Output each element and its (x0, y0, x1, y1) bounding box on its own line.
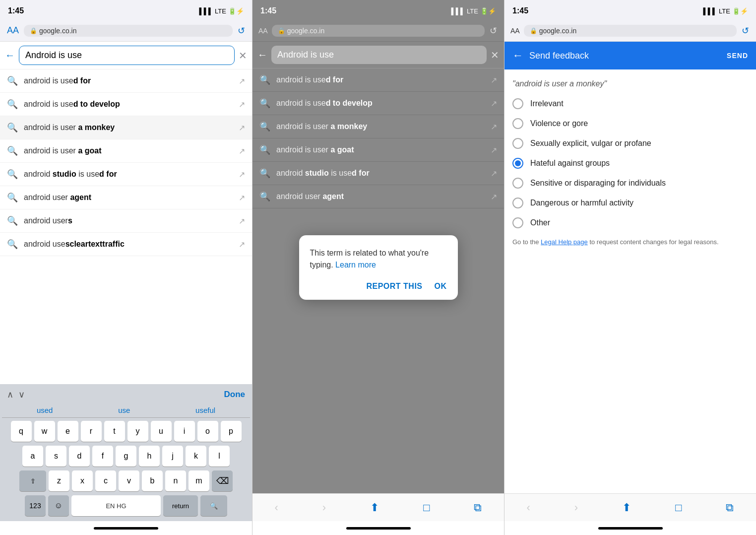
key-x[interactable]: x (72, 470, 93, 491)
arrow-icon-1b: ↗ (239, 100, 245, 109)
bottom-nav-3: ‹ › ⬆ □ ⧉ (504, 493, 756, 521)
key-d[interactable]: d (69, 446, 90, 467)
key-g[interactable]: g (116, 446, 136, 467)
arrow-icon-1a: ↗ (239, 76, 245, 86)
radio-explicit[interactable] (512, 138, 523, 149)
radio-irrelevant[interactable] (512, 98, 523, 109)
key-y[interactable]: y (127, 421, 148, 442)
suggestion-text-1g: android users (24, 216, 233, 225)
forward-btn-3[interactable]: › (574, 501, 578, 514)
search-back-btn-1[interactable]: ← (5, 50, 15, 61)
key-p[interactable]: p (221, 421, 242, 442)
keyboard-done-btn[interactable]: Done (224, 390, 246, 400)
key-i[interactable]: i (174, 421, 195, 442)
radio-other[interactable] (512, 217, 523, 228)
feedback-option-other[interactable]: Other (512, 217, 748, 228)
key-c[interactable]: c (95, 470, 116, 491)
feedback-option-dangerous[interactable]: Dangerous or harmful activity (512, 198, 748, 208)
key-return[interactable]: return (163, 495, 198, 516)
suggestion-item-4[interactable]: 🔍 android is user a goat ↗ (0, 139, 252, 163)
signal-icon-3: ▌▌▌ (703, 7, 717, 15)
radio-sensitive[interactable] (512, 178, 523, 189)
search-input-1[interactable] (19, 46, 235, 65)
keyboard-down-btn[interactable]: ∨ (18, 389, 25, 400)
key-o[interactable]: o (197, 421, 218, 442)
feedback-option-sensitive[interactable]: Sensitive or disparaging for individuals (512, 178, 748, 189)
home-bar-3 (598, 527, 663, 530)
search-bar-1: ← ✕ (0, 42, 252, 69)
url-text-1: google.co.in (39, 27, 77, 35)
key-search[interactable]: 🔍 (200, 495, 227, 516)
font-size-btn-3[interactable]: AA (510, 27, 520, 35)
feedback-back-btn[interactable]: ← (512, 49, 523, 62)
feedback-option-irrelevant[interactable]: Irrelevant (512, 98, 748, 109)
feedback-send-btn[interactable]: SEND (727, 52, 748, 60)
suggestion-item-7[interactable]: 🔍 android users ↗ (0, 209, 252, 233)
key-j[interactable]: j (162, 446, 183, 467)
back-btn-3[interactable]: ‹ (527, 501, 530, 514)
lock-icon-1: 🔒 (30, 27, 37, 34)
dialog-learn-more-link[interactable]: Learn more (335, 261, 376, 269)
bookmarks-btn-3[interactable]: □ (675, 501, 682, 514)
key-t[interactable]: t (104, 421, 125, 442)
option-label-other: Other (530, 218, 550, 227)
suggestion-text-1d: android is user a goat (24, 146, 233, 155)
feedback-option-violence[interactable]: Violence or gore (512, 118, 748, 129)
key-l[interactable]: l (209, 446, 230, 467)
key-m[interactable]: m (189, 470, 209, 491)
key-b[interactable]: b (142, 470, 163, 491)
keyboard-row-3: ⇧ z x c v b n m ⌫ (3, 470, 249, 491)
reload-btn-1[interactable]: ↺ (237, 24, 246, 37)
search-icon-1h: 🔍 (7, 239, 18, 250)
suggestion-item-6[interactable]: 🔍 android user agent ↗ (0, 186, 252, 209)
kw-used[interactable]: used (37, 406, 53, 414)
radio-dangerous[interactable] (512, 198, 523, 208)
key-n[interactable]: n (165, 470, 186, 491)
keyboard-up-btn[interactable]: ∧ (7, 389, 13, 400)
key-k[interactable]: k (186, 446, 206, 467)
key-123[interactable]: 123 (25, 495, 46, 516)
kw-useful[interactable]: useful (195, 406, 215, 414)
key-v[interactable]: v (119, 470, 139, 491)
suggestion-item-3[interactable]: 🔍 android is user a monkey ↗ (0, 116, 252, 139)
key-w[interactable]: w (34, 421, 55, 442)
suggestion-item-8[interactable]: 🔍 android usescleartexttraffic ↗ (0, 233, 252, 256)
ok-button[interactable]: OK (435, 280, 447, 293)
share-btn-3[interactable]: ⬆ (622, 501, 631, 514)
option-label-hateful: Hateful against groups (530, 159, 610, 168)
report-this-button[interactable]: REPORT THIS (366, 280, 422, 293)
key-emoji[interactable]: ☺ (48, 495, 69, 516)
key-s[interactable]: s (46, 446, 66, 467)
tabs-btn-3[interactable]: ⧉ (726, 501, 734, 514)
key-f[interactable]: f (92, 446, 113, 467)
address-center-1[interactable]: 🔒 google.co.in (24, 25, 233, 37)
key-space[interactable]: EN HG (71, 495, 161, 516)
search-icon-1d: 🔍 (7, 145, 18, 156)
address-center-3[interactable]: 🔒 google.co.in (524, 25, 737, 37)
suggestion-item-1[interactable]: 🔍 android is used for ↗ (0, 69, 252, 93)
font-size-btn-1[interactable]: AA (6, 24, 20, 37)
time-1: 1:45 (8, 6, 24, 15)
key-e[interactable]: e (58, 421, 78, 442)
suggestion-item-2[interactable]: 🔍 android is used to develop ↗ (0, 93, 252, 116)
feedback-option-hateful[interactable]: Hateful against groups (512, 158, 748, 169)
reload-btn-3[interactable]: ↺ (741, 24, 750, 37)
radio-hateful[interactable] (512, 158, 523, 169)
key-a[interactable]: a (22, 446, 43, 467)
arrow-icon-1h: ↗ (239, 240, 245, 249)
key-r[interactable]: r (81, 421, 102, 442)
key-delete[interactable]: ⌫ (212, 470, 233, 491)
key-z[interactable]: z (49, 470, 69, 491)
key-u[interactable]: u (151, 421, 172, 442)
key-shift[interactable]: ⇧ (19, 470, 46, 491)
kw-use[interactable]: use (118, 406, 130, 414)
key-h[interactable]: h (139, 446, 160, 467)
search-clear-btn-1[interactable]: ✕ (239, 50, 247, 62)
home-indicator-1 (0, 521, 252, 535)
legal-help-link[interactable]: Legal Help page (541, 238, 588, 246)
network-icon-1: LTE (215, 7, 226, 15)
feedback-option-explicit[interactable]: Sexually explicit, vulgar or profane (512, 138, 748, 149)
radio-violence[interactable] (512, 118, 523, 129)
suggestion-item-5[interactable]: 🔍 android studio is used for ↗ (0, 163, 252, 186)
key-q[interactable]: q (11, 421, 32, 442)
